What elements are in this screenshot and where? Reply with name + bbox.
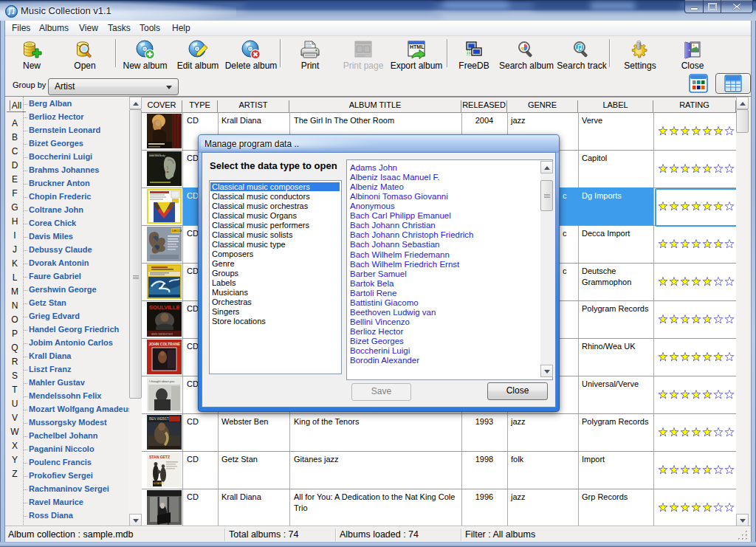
svg-text:DECCA: DECCA [172, 229, 182, 233]
svg-text:HTML: HTML [410, 44, 425, 49]
svg-text:JOHN COLTRANE: JOHN COLTRANE [149, 342, 181, 346]
svg-text:GITANES: GITANES [154, 482, 165, 485]
svg-text:note this body: note this body [149, 154, 165, 157]
svg-text:I thought about you: I thought about you [149, 379, 174, 383]
svg-text:STAN GETZ: STAN GETZ [149, 455, 170, 459]
svg-text:BEN WEBSTER: BEN WEBSTER [151, 332, 173, 336]
svg-text:SOULVILLE: SOULVILLE [149, 304, 180, 311]
